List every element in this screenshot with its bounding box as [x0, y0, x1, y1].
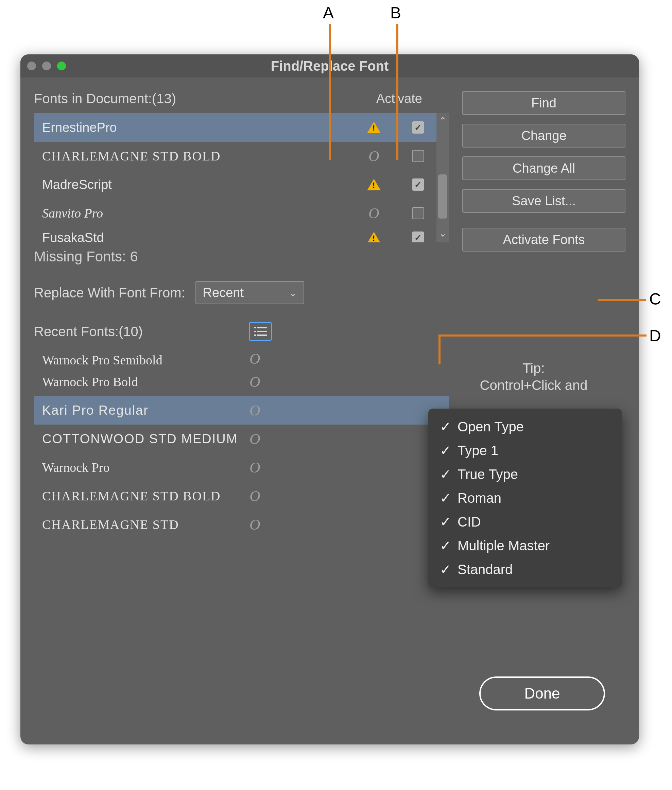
filter-menu-item[interactable]: ✓CID	[428, 510, 622, 534]
callout-line-a	[329, 24, 331, 160]
recent-font-name: Kari Pro Regular	[42, 403, 245, 418]
callout-label-d: D	[649, 326, 661, 345]
warning-icon	[364, 122, 384, 133]
list-icon	[254, 326, 267, 337]
document-font-name: MadreScript	[42, 178, 364, 192]
check-icon: ✓	[440, 443, 451, 458]
callout-label-b: B	[390, 3, 401, 22]
check-icon: ✓	[440, 466, 451, 482]
document-font-name: FusakaStd	[42, 230, 364, 243]
minimize-icon[interactable]	[42, 62, 51, 70]
chevron-down-icon: ⌄	[289, 287, 297, 299]
document-font-name: Sanvito Pro	[42, 206, 364, 221]
scroll-thumb[interactable]	[438, 174, 447, 219]
callout-line-d-vert	[438, 334, 440, 365]
document-font-row[interactable]: ErnestinePro	[34, 113, 449, 142]
filter-menu-label: CID	[458, 514, 481, 529]
recent-font-row[interactable]: Warnock Pro BoldO	[34, 368, 449, 396]
callout-line-c	[598, 299, 646, 301]
recent-font-row[interactable]: Kari Pro RegularO	[34, 396, 449, 425]
recent-font-row[interactable]: Warnock ProO	[34, 453, 449, 482]
document-font-row[interactable]: MadreScript	[34, 170, 449, 199]
opentype-icon: O	[245, 516, 265, 533]
svg-rect-4	[254, 334, 256, 336]
recent-font-name: Warnock Pro Bold	[42, 374, 245, 389]
scroll-down-icon[interactable]: ⌄	[439, 226, 446, 241]
check-icon: ✓	[440, 561, 451, 577]
replace-source-select[interactable]: Recent ⌄	[195, 281, 304, 304]
opentype-icon: O	[364, 147, 384, 165]
maximize-icon[interactable]	[57, 62, 66, 70]
svg-rect-0	[254, 327, 256, 328]
filter-menu-label: Standard	[458, 562, 513, 577]
document-font-row[interactable]: FusakaStd	[34, 227, 449, 242]
recent-fonts-label: Recent Fonts:(10)	[34, 324, 143, 339]
opentype-icon: O	[364, 205, 384, 222]
font-type-filter-button[interactable]	[249, 322, 272, 341]
opentype-icon: O	[245, 350, 265, 368]
recent-font-name: CHARLEMAGNE STD BOLD	[42, 488, 245, 504]
activate-checkbox[interactable]	[408, 122, 428, 134]
activate-checkbox[interactable]	[408, 179, 428, 191]
font-type-filter-menu: ✓Open Type✓Type 1✓True Type✓Roman✓CID✓Mu…	[428, 409, 622, 587]
activate-fonts-button[interactable]: Activate Fonts	[462, 228, 626, 251]
warning-icon	[364, 179, 384, 190]
activate-checkbox[interactable]	[408, 150, 428, 162]
fonts-in-document-label: Fonts in Document:(13)	[34, 91, 176, 106]
document-font-name: CHARLEMAGNE STD BOLD	[42, 149, 364, 163]
callout-line-d	[438, 334, 646, 337]
document-font-row[interactable]: CHARLEMAGNE STD BOLDO	[34, 142, 449, 170]
missing-fonts-label: Missing Fonts: 6	[34, 248, 449, 265]
check-icon: ✓	[440, 490, 451, 506]
recent-fonts-list[interactable]: Warnock Pro SemiboldOWarnock Pro BoldOKa…	[34, 349, 449, 539]
callout-label-c: C	[649, 289, 661, 308]
recent-font-row[interactable]: COTTONWOOD STD MEDIUMO	[34, 425, 449, 453]
svg-rect-3	[257, 331, 267, 332]
recent-font-name: CHARLEMAGNE STD	[42, 517, 245, 532]
activate-column-header: Activate	[376, 91, 422, 106]
svg-rect-2	[254, 331, 256, 332]
svg-rect-1	[257, 327, 267, 328]
close-icon[interactable]	[27, 62, 36, 70]
activate-checkbox[interactable]	[408, 232, 428, 242]
recent-font-name: COTTONWOOD STD MEDIUM	[42, 432, 245, 446]
check-icon: ✓	[440, 514, 451, 529]
document-font-row[interactable]: Sanvito ProO	[34, 199, 449, 227]
replace-source-value: Recent	[203, 286, 244, 300]
recent-font-row[interactable]: CHARLEMAGNE STDO	[34, 510, 449, 539]
recent-font-row[interactable]: CHARLEMAGNE STD BOLDO	[34, 482, 449, 510]
change-button[interactable]: Change	[462, 124, 626, 147]
filter-menu-item[interactable]: ✓Multiple Master	[428, 534, 622, 558]
change-all-button[interactable]: Change All	[462, 157, 626, 180]
filter-menu-item[interactable]: ✓Standard	[428, 558, 622, 581]
filter-menu-label: Open Type	[458, 419, 524, 435]
tip-text: Tip: Control+Click and	[449, 360, 619, 393]
filter-menu-item[interactable]: ✓Open Type	[428, 415, 622, 438]
recent-font-row[interactable]: Warnock Pro SemiboldO	[34, 349, 449, 368]
document-fonts-list[interactable]: ErnestineProCHARLEMAGNE STD BOLDOMadreSc…	[34, 113, 449, 242]
opentype-icon: O	[245, 459, 265, 476]
filter-menu-label: Type 1	[458, 443, 498, 458]
callout-label-a: A	[323, 3, 334, 22]
scrollbar[interactable]: ⌃⌄	[437, 113, 449, 242]
activate-checkbox[interactable]	[408, 207, 428, 219]
warning-icon	[364, 232, 384, 242]
done-button[interactable]: Done	[479, 676, 605, 710]
tip-body: Control+Click and	[449, 377, 619, 393]
window-controls	[27, 62, 66, 70]
filter-menu-item[interactable]: ✓True Type	[428, 462, 622, 486]
opentype-icon: O	[245, 402, 265, 419]
filter-menu-label: Multiple Master	[458, 538, 550, 553]
filter-menu-item[interactable]: ✓Roman	[428, 486, 622, 510]
document-font-name: ErnestinePro	[42, 120, 364, 135]
filter-menu-item[interactable]: ✓Type 1	[428, 438, 622, 462]
check-icon: ✓	[440, 538, 451, 553]
scroll-up-icon[interactable]: ⌃	[439, 113, 446, 128]
opentype-icon: O	[245, 430, 265, 448]
callout-line-b	[396, 24, 398, 160]
svg-rect-5	[257, 334, 267, 336]
save-list-button[interactable]: Save List...	[462, 189, 626, 213]
find-button[interactable]: Find	[462, 91, 626, 115]
recent-font-name: Warnock Pro Semibold	[42, 352, 245, 368]
replace-with-label: Replace With Font From:	[34, 285, 185, 301]
